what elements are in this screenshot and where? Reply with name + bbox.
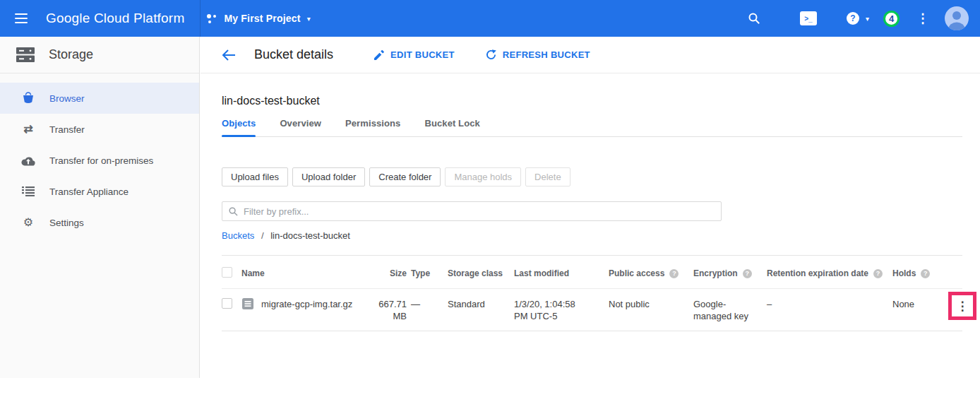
column-header-type: Type: [411, 256, 448, 289]
column-header-name: Name: [241, 256, 367, 289]
object-public-access: Not public: [609, 289, 693, 331]
search-icon: [229, 207, 238, 216]
column-header-encryption: Encryption?: [693, 256, 767, 289]
delete-button: Delete: [525, 167, 570, 186]
top-app-bar: Google Cloud Platform My First Project ▾…: [0, 0, 980, 37]
overflow-menu-icon[interactable]: ⋮: [916, 12, 929, 25]
row-checkbox[interactable]: [222, 298, 232, 309]
search-icon[interactable]: [748, 12, 760, 25]
sidebar-nav: Browser ⇄ Transfer Transfer for on-premi…: [0, 73, 199, 238]
sidebar: Storage Browser ⇄ Transfer: [0, 37, 200, 378]
sidebar-title: Storage: [49, 47, 93, 62]
sidebar-item-transfer[interactable]: ⇄ Transfer: [0, 114, 199, 145]
sidebar-item-label: Browser: [49, 93, 85, 104]
object-type: —: [411, 289, 448, 331]
help-icon[interactable]: ?: [921, 269, 930, 278]
project-icon: [207, 13, 217, 24]
sidebar-header: Storage: [0, 37, 199, 73]
back-arrow-icon[interactable]: [222, 49, 236, 61]
main-panel: Bucket details EDIT BUCKET REFRESH BUCKE…: [201, 37, 980, 409]
table-header-row: Name Size Type Storage class Last modifi…: [222, 256, 962, 289]
sidebar-item-transfer-appliance[interactable]: Transfer Appliance: [0, 176, 199, 207]
column-header-size: Size: [367, 256, 411, 289]
sidebar-item-label: Transfer Appliance: [49, 186, 129, 197]
sidebar-item-label: Transfer: [49, 124, 85, 135]
help-icon[interactable]: ?: [873, 269, 883, 278]
gear-icon: ⚙: [21, 217, 35, 228]
bucket-details-content: lin-docs-test-bucket Objects Overview Pe…: [201, 95, 980, 331]
select-all-checkbox[interactable]: [222, 267, 232, 278]
cloud-shell-icon[interactable]: >_: [800, 11, 817, 25]
filter-by-prefix-input[interactable]: [244, 206, 715, 217]
bucket-icon: [21, 92, 35, 105]
chevron-down-icon: ▾: [866, 15, 869, 23]
breadcrumb-separator: /: [261, 230, 264, 241]
objects-table: Name Size Type Storage class Last modifi…: [222, 255, 962, 331]
object-actions-toolbar: Upload files Upload folder Create folder…: [222, 167, 962, 186]
breadcrumb-buckets-link[interactable]: Buckets: [222, 230, 254, 241]
breadcrumb-current: lin-docs-test-bucket: [270, 230, 350, 241]
breadcrumb: Buckets / lin-docs-test-bucket: [222, 230, 962, 241]
pencil-icon: [374, 50, 384, 60]
topbar-divider: [200, 0, 201, 37]
manage-holds-button: Manage holds: [445, 167, 521, 186]
tab-bar: Objects Overview Permissions Bucket Lock: [222, 118, 962, 137]
refresh-bucket-button[interactable]: REFRESH BUCKET: [486, 49, 590, 60]
object-holds: None: [892, 289, 938, 331]
object-retention: –: [767, 289, 892, 331]
terminal-prompt-glyph: >_: [804, 15, 812, 23]
upload-files-button[interactable]: Upload files: [222, 167, 288, 186]
cloud-upload-icon: [21, 155, 35, 166]
notification-badge[interactable]: 4: [883, 11, 900, 27]
create-folder-button[interactable]: Create folder: [369, 167, 441, 186]
filter-box: [222, 201, 722, 221]
tab-objects[interactable]: Objects: [222, 118, 256, 136]
sidebar-item-label: Transfer for on-premises: [49, 155, 153, 166]
project-selector[interactable]: My First Project ▾: [207, 13, 310, 24]
appliance-list-icon: [21, 186, 35, 196]
project-name: My First Project: [224, 13, 300, 24]
object-size: 667.71 MB: [367, 289, 411, 331]
bucket-name: lin-docs-test-bucket: [222, 95, 962, 107]
help-icon[interactable]: ?: [743, 269, 752, 278]
edit-bucket-button[interactable]: EDIT BUCKET: [374, 49, 455, 60]
column-header-last-modified: Last modified: [514, 256, 609, 289]
sidebar-item-transfer-on-premises[interactable]: Transfer for on-premises: [0, 145, 199, 176]
column-header-retention: Retention expiration date?: [767, 256, 892, 289]
storage-product-icon: [16, 47, 35, 62]
object-name-link[interactable]: migrate-gcp-img.tar.gz: [261, 299, 352, 309]
sidebar-item-label: Settings: [49, 218, 84, 228]
column-header-storage-class: Storage class: [448, 256, 514, 289]
object-last-modified: 1/3/20, 1:04:58 PM UTC-5: [514, 289, 609, 331]
tab-overview[interactable]: Overview: [280, 118, 321, 136]
help-icon: ?: [847, 12, 859, 25]
tab-bucket-lock[interactable]: Bucket Lock: [424, 118, 479, 136]
sidebar-item-browser[interactable]: Browser: [0, 83, 199, 114]
sidebar-item-settings[interactable]: ⚙ Settings: [0, 207, 199, 238]
annotation-highlight-box: ⋮: [948, 292, 976, 320]
help-menu[interactable]: ? ▾: [847, 12, 869, 25]
upload-folder-button[interactable]: Upload folder: [292, 167, 365, 186]
column-header-public-access: Public access?: [609, 256, 693, 289]
column-header-holds: Holds?: [892, 256, 938, 289]
object-storage-class: Standard: [448, 289, 514, 331]
table-row: migrate-gcp-img.tar.gz 667.71 MB — Stand…: [222, 289, 962, 331]
page-title: Bucket details: [254, 47, 333, 62]
menu-icon[interactable]: [15, 11, 28, 26]
tab-permissions[interactable]: Permissions: [345, 118, 400, 136]
page-header: Bucket details EDIT BUCKET REFRESH BUCKE…: [201, 37, 980, 73]
avatar[interactable]: [945, 6, 969, 30]
chevron-down-icon: ▾: [307, 15, 311, 23]
help-icon[interactable]: ?: [669, 269, 679, 278]
object-encryption: Google-managed key: [693, 289, 767, 331]
gcp-logo[interactable]: Google Cloud Platform: [46, 11, 184, 26]
row-actions-menu-icon[interactable]: ⋮: [957, 300, 969, 312]
file-icon: [241, 289, 261, 331]
transfer-arrows-icon: ⇄: [21, 124, 35, 135]
refresh-icon: [486, 49, 496, 60]
